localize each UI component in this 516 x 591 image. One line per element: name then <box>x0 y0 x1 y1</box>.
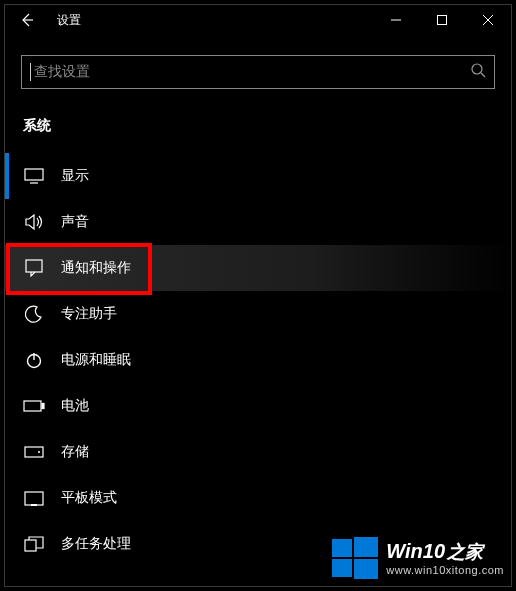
text-caret <box>30 63 31 81</box>
watermark-brand: Win10 之家 <box>386 540 483 564</box>
notifications-icon <box>23 257 45 279</box>
svg-rect-6 <box>42 404 44 409</box>
storage-icon <box>23 441 45 463</box>
back-button[interactable] <box>5 5 49 35</box>
watermark-brand-zh: 之家 <box>447 540 483 564</box>
nav-list: 显示 声音 通知和操作 <box>5 153 511 567</box>
nav-item-focus-assist[interactable]: 专注助手 <box>5 291 511 337</box>
svg-rect-13 <box>332 559 352 577</box>
minimize-icon <box>391 15 401 25</box>
nav-label: 电池 <box>61 397 89 415</box>
svg-point-8 <box>38 451 40 453</box>
search-input[interactable]: 查找设置 <box>21 55 495 89</box>
windows-logo-icon <box>332 535 378 581</box>
minimize-button[interactable] <box>373 5 419 35</box>
svg-rect-14 <box>354 559 378 579</box>
svg-rect-5 <box>24 401 41 411</box>
nav-item-tablet-mode[interactable]: 平板模式 <box>5 475 511 521</box>
watermark: Win10 之家 www.win10xitong.com <box>332 535 504 581</box>
nav-item-notifications[interactable]: 通知和操作 <box>5 245 511 291</box>
maximize-icon <box>437 15 447 25</box>
display-icon <box>23 165 45 187</box>
svg-rect-12 <box>354 537 378 557</box>
nav-item-battery[interactable]: 电池 <box>5 383 511 429</box>
nav-item-storage[interactable]: 存储 <box>5 429 511 475</box>
search-placeholder: 查找设置 <box>34 63 470 81</box>
battery-icon <box>23 395 45 417</box>
window-title: 设置 <box>57 12 373 29</box>
svg-point-1 <box>472 64 482 74</box>
watermark-url: www.win10xitong.com <box>386 564 504 576</box>
window-controls <box>373 5 511 35</box>
power-icon <box>23 349 45 371</box>
category-header: 系统 <box>5 107 511 153</box>
titlebar: 设置 <box>5 5 511 35</box>
back-arrow-icon <box>19 12 35 28</box>
svg-rect-2 <box>25 169 43 180</box>
svg-rect-0 <box>438 16 447 25</box>
maximize-button[interactable] <box>419 5 465 35</box>
svg-rect-10 <box>25 540 36 551</box>
nav-label: 专注助手 <box>61 305 117 323</box>
nav-item-display[interactable]: 显示 <box>5 153 511 199</box>
nav-label: 声音 <box>61 213 89 231</box>
sound-icon <box>23 211 45 233</box>
svg-rect-7 <box>25 447 43 457</box>
moon-icon <box>23 303 45 325</box>
svg-rect-11 <box>332 539 352 557</box>
svg-rect-3 <box>26 260 42 272</box>
nav-item-power-sleep[interactable]: 电源和睡眠 <box>5 337 511 383</box>
watermark-brand-en: Win10 <box>386 540 445 563</box>
nav-item-sound[interactable]: 声音 <box>5 199 511 245</box>
nav-label: 电源和睡眠 <box>61 351 131 369</box>
close-icon <box>483 15 493 25</box>
tablet-icon <box>23 487 45 509</box>
search-icon <box>470 62 486 82</box>
multitasking-icon <box>23 533 45 555</box>
nav-label: 存储 <box>61 443 89 461</box>
nav-label: 平板模式 <box>61 489 117 507</box>
close-button[interactable] <box>465 5 511 35</box>
nav-label: 通知和操作 <box>61 259 131 277</box>
nav-label: 显示 <box>61 167 89 185</box>
svg-rect-9 <box>25 492 43 505</box>
nav-label: 多任务处理 <box>61 535 131 553</box>
